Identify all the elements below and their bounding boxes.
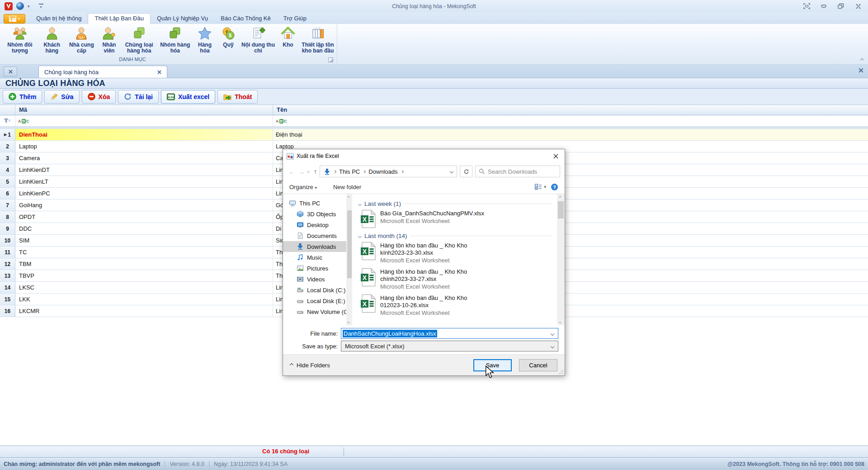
organize-button[interactable]: Organize ▾ xyxy=(289,184,317,190)
cell-ma[interactable]: TBVP xyxy=(15,270,273,281)
cell-ma[interactable]: DienThoai xyxy=(15,129,273,140)
file-group-header[interactable]: Last month (14) xyxy=(359,233,552,239)
sidebar-item-desktop[interactable]: Desktop xyxy=(283,219,346,230)
refresh-button[interactable] xyxy=(460,166,472,177)
ribbon-tab-thiết-lập-ban-đầu[interactable]: Thiết Lập Ban Đầu xyxy=(88,13,150,24)
filter-type-icon[interactable]: ABC xyxy=(18,119,29,123)
ribbon-item-staff[interactable]: Nhân viên xyxy=(97,25,121,54)
ribbon-item-cat2[interactable]: Nhóm hàng hóa xyxy=(157,25,193,54)
button-reload[interactable]: Tải lại xyxy=(118,90,159,104)
views-icon[interactable]: ▾ xyxy=(535,184,546,190)
cell-ma[interactable]: GoiHang xyxy=(15,199,273,211)
ribbon-tab-báo-cáo-thống-kê[interactable]: Báo Cáo Thống Kê xyxy=(214,14,277,24)
history-dropdown-icon[interactable] xyxy=(307,170,310,173)
cell-ma[interactable]: TC xyxy=(15,247,273,258)
button-add[interactable]: Thêm xyxy=(3,90,42,104)
group-collapse-icon[interactable] xyxy=(358,202,362,205)
file-item[interactable]: XBáo Gía_DanhSachChucNangPMV.xlsxMicroso… xyxy=(360,210,557,228)
file-item[interactable]: XHàng tồn kho ban đầu _ Kho Kho 012023-1… xyxy=(360,294,557,316)
sidebar-item-this-pc[interactable]: This PC xyxy=(283,198,346,209)
tab-close-icon[interactable] xyxy=(157,70,161,74)
type-dropdown-icon[interactable] xyxy=(551,345,554,348)
file-group-header[interactable]: Last week (1) xyxy=(359,200,552,207)
cancel-button[interactable]: Cancel xyxy=(519,359,557,371)
back-icon[interactable]: ← xyxy=(288,168,295,176)
scrollbar-thumb[interactable] xyxy=(347,210,352,278)
address-dropdown-icon[interactable] xyxy=(450,170,453,173)
filter-type-icon[interactable]: ABC xyxy=(276,119,287,123)
up-icon[interactable]: ↑ xyxy=(314,168,317,175)
cell-ma[interactable]: Camera xyxy=(15,152,273,164)
dialog-close-icon[interactable] xyxy=(547,149,565,163)
filter-funnel-icon[interactable] xyxy=(0,115,15,127)
forward-icon[interactable]: → xyxy=(298,168,305,176)
cell-ma[interactable]: LKCMR xyxy=(15,305,273,317)
breadcrumb-this-pc[interactable]: This PC xyxy=(339,168,360,175)
sidebar-item-videos[interactable]: Videos xyxy=(283,274,346,285)
resize-grip[interactable] xyxy=(558,369,564,375)
button-edit[interactable]: Sửa xyxy=(44,90,79,104)
close-icon[interactable] xyxy=(854,3,862,9)
scroll-up-icon[interactable] xyxy=(347,196,350,199)
scroll-down-icon[interactable] xyxy=(559,321,561,323)
sidebar-item-documents[interactable]: Documents xyxy=(283,230,346,241)
table-row[interactable]: ▶1DienThoaiĐiện thoại xyxy=(0,129,868,141)
ribbon-tab-quản-lý-nghiệp-vụ[interactable]: Quản Lý Nghiệp Vụ xyxy=(151,14,214,24)
file-item[interactable]: XHàng tồn kho ban đầu _ Kho Kho chính202… xyxy=(360,268,557,290)
cell-ma[interactable]: DDC xyxy=(15,223,273,234)
save-as-type-select[interactable]: Microsoft Excel (*.xlsx) xyxy=(341,341,558,351)
filter-cell-ten[interactable]: ABC xyxy=(273,115,868,127)
search-input[interactable] xyxy=(488,168,551,175)
cell-ma[interactable]: SIM xyxy=(15,235,273,246)
tabstrip-right-close-icon[interactable] xyxy=(859,68,863,73)
sidebar-item-pictures[interactable]: Pictures xyxy=(283,263,346,274)
file-item[interactable]: XHàng tồn kho ban đầu _ Kho Kho kính2023… xyxy=(360,242,557,264)
sidebar-item-music[interactable]: Music xyxy=(283,252,346,263)
search-box[interactable] xyxy=(475,166,560,177)
new-folder-button[interactable]: New folder xyxy=(333,184,361,190)
cell-ten[interactable]: Điện thoại xyxy=(273,129,868,140)
scrollbar-thumb[interactable] xyxy=(558,201,564,218)
cell-ma[interactable]: LKSC xyxy=(15,282,273,293)
ribbon-item-coins[interactable]: €$Quỹ xyxy=(217,25,240,48)
hide-folders-button[interactable]: Hide Folders xyxy=(290,362,330,369)
tab-chung-loai-hang-hoa[interactable]: Chủng loại hàng hóa xyxy=(38,66,167,78)
application-menu-button[interactable]: ▾ xyxy=(4,14,25,24)
group-dialog-launcher-icon[interactable] xyxy=(328,57,333,62)
cell-ma[interactable]: LinhKienPC xyxy=(15,188,273,199)
breadcrumb-downloads[interactable]: Downloads xyxy=(368,168,397,175)
tabstrip-close-button[interactable] xyxy=(4,66,17,76)
cell-ma[interactable]: Laptop xyxy=(15,141,273,152)
ribbon-tab-quản-trị-hệ-thống[interactable]: Quản trị hệ thống xyxy=(30,14,88,24)
ribbon-item-person[interactable]: Khách hàng xyxy=(38,25,66,54)
cell-ma[interactable]: LinhKienLT xyxy=(15,176,273,187)
ribbon-item-cat1[interactable]: Chủng loại hàng hóa xyxy=(121,25,157,54)
help-icon[interactable]: ? xyxy=(551,183,558,191)
cell-ma[interactable]: LinhKienDT xyxy=(15,164,273,176)
button-exit[interactable]: Thoát xyxy=(217,90,258,104)
ribbon-item-columns[interactable]: → ←Thiết lập tồn kho ban đầu xyxy=(300,25,336,54)
ribbon-item-supplier[interactable]: DXNhà cung cấp xyxy=(66,25,98,54)
restore-icon[interactable] xyxy=(837,3,844,9)
column-header-ten[interactable]: Tên xyxy=(273,105,868,115)
button-excel[interactable]: XLSXXuất excel xyxy=(161,90,215,104)
cell-ma[interactable]: TBM xyxy=(15,258,273,270)
sidebar-scrollbar[interactable] xyxy=(346,194,352,325)
fullscreen-icon[interactable] xyxy=(803,3,810,9)
file-name-input[interactable]: DanhSachChungLoaiHangHoa.xlsx xyxy=(341,328,558,339)
ribbon-item-star[interactable]: Hàng hóa xyxy=(193,25,217,54)
scroll-down-icon[interactable] xyxy=(347,321,350,323)
cell-ma[interactable]: OPDT xyxy=(15,211,273,223)
ribbon-item-group3[interactable]: Nhóm đối tượng xyxy=(2,25,38,54)
filelist-scrollbar[interactable] xyxy=(557,194,565,325)
scroll-up-icon[interactable] xyxy=(559,196,561,199)
breadcrumb[interactable]: This PC Downloads xyxy=(320,166,457,177)
cell-ma[interactable]: LKK xyxy=(15,294,273,305)
sidebar-item-new-volume-g[interactable]: New Volume (G:) xyxy=(283,306,346,317)
sidebar-item-local-disk-e[interactable]: Local Disk (E:) xyxy=(283,295,346,306)
column-header-ma[interactable]: Mã xyxy=(15,105,273,115)
sidebar-item-local-disk-c[interactable]: Local Disk (C:) xyxy=(283,285,346,295)
button-del[interactable]: Xóa xyxy=(82,90,116,104)
ribbon-tab-trợ-giúp[interactable]: Trợ Giúp xyxy=(277,14,313,24)
ribbon-item-docplus[interactable]: Nội dung thu chi xyxy=(240,25,276,54)
